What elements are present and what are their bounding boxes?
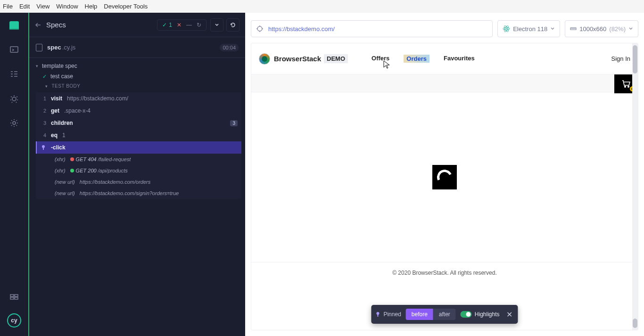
nav-keyboard-icon[interactable]: [8, 291, 20, 302]
collapse-panel-icon[interactable]: [35, 22, 41, 28]
spec-extension: .cy.js: [62, 44, 76, 51]
before-after-toggle[interactable]: before after: [406, 309, 456, 320]
ruler-icon: [570, 25, 577, 32]
chevron-down-icon: [550, 26, 555, 31]
demo-badge: DEMO: [324, 54, 348, 63]
log-row[interactable]: (xhr) GET 200 /api/products: [36, 165, 241, 176]
test-title: test case: [50, 73, 73, 80]
command-row[interactable]: 1 visit https://bstackdemo.com/: [36, 92, 241, 105]
nav-runs-icon[interactable]: [8, 44, 20, 55]
pinned-label: Pinned: [375, 311, 401, 318]
yield-count-badge: 3: [230, 120, 238, 126]
svg-point-9: [257, 26, 262, 31]
pending-count: —: [186, 22, 192, 28]
rerun-button[interactable]: [226, 18, 239, 32]
snapshot-before-button[interactable]: before: [406, 309, 433, 320]
aut-url: https://bstackdemo.com/: [268, 25, 335, 33]
viewport-selector[interactable]: 1000x660 (82%): [565, 20, 638, 37]
cypress-logo-icon[interactable]: cy: [7, 313, 21, 328]
test-body-label: ▾ TEST BODY: [29, 82, 245, 90]
menu-file[interactable]: File: [3, 3, 13, 10]
site-footer: © 2020 BrowserStack. All rights reserved…: [251, 262, 638, 283]
file-icon: [36, 44, 42, 51]
svg-rect-3: [10, 295, 14, 296]
snapshot-after-button[interactable]: after: [433, 309, 456, 320]
svg-rect-8: [43, 148, 44, 150]
close-snapshot-button[interactable]: ✕: [504, 310, 514, 319]
site-header: BrowserStack DEMO Offers Orders Favourit…: [251, 43, 638, 74]
svg-point-1: [12, 97, 16, 101]
svg-rect-5: [10, 297, 14, 299]
check-icon: ✓: [42, 74, 47, 80]
log-row[interactable]: (xhr) GET 404 /failed-request: [36, 154, 241, 165]
menu-edit[interactable]: Edit: [19, 3, 30, 10]
scrollbar[interactable]: [632, 43, 638, 330]
os-menubar: File Edit View Window Help Developer Too…: [0, 0, 644, 13]
left-nav-rail: cy: [0, 13, 28, 336]
snapshot-controls: Pinned before after Highlights ✕: [371, 305, 518, 324]
test-stats: ✓1 ✕ — ↻: [157, 19, 206, 31]
url-bar[interactable]: https://bstackdemo.com/: [251, 20, 493, 37]
failed-count: ✕: [177, 22, 182, 28]
nav-specs-icon[interactable]: [8, 19, 20, 31]
status-dot-red-icon: [70, 157, 74, 161]
spec-filename: spec: [47, 44, 61, 51]
test-row[interactable]: ✓ test case: [29, 71, 245, 82]
nav-orders[interactable]: Orders: [404, 55, 429, 63]
command-row[interactable]: 3 children 3: [36, 117, 241, 129]
aut-preview-panel: https://bstackdemo.com/ Electron 118 100…: [245, 13, 644, 336]
menu-view[interactable]: View: [36, 3, 50, 10]
command-log-panel: Specs ✓1 ✕ — ↻ spec: [28, 13, 245, 336]
svg-point-2: [13, 122, 16, 124]
nav-settings-list-icon[interactable]: [8, 68, 20, 80]
svg-rect-4: [15, 295, 18, 296]
svg-rect-0: [10, 47, 18, 52]
nav-debug-icon[interactable]: [8, 93, 20, 104]
svg-rect-18: [377, 314, 378, 317]
aut-iframe[interactable]: BrowserStack DEMO Offers Orders Favourit…: [251, 43, 638, 330]
menu-window[interactable]: Window: [56, 3, 78, 10]
svg-point-15: [625, 86, 626, 88]
svg-point-16: [628, 86, 629, 88]
command-row-pinned[interactable]: -click: [36, 141, 241, 154]
spec-duration: 00:04: [220, 44, 239, 51]
nav-gear-icon[interactable]: [8, 117, 20, 129]
browser-selector[interactable]: Electron 118: [497, 20, 560, 37]
electron-icon: [503, 25, 510, 33]
highlights-toggle[interactable]: Highlights: [461, 311, 500, 318]
menu-devtools[interactable]: Developer Tools: [104, 3, 148, 10]
pin-icon: [41, 145, 46, 150]
status-dot-green-icon: [70, 169, 74, 172]
menu-help[interactable]: Help: [85, 3, 98, 10]
signin-link[interactable]: Sign In: [611, 55, 630, 62]
log-row[interactable]: (new url) https://bstackdemo.com/signin?…: [36, 188, 241, 199]
site-subbar: 0: [251, 74, 638, 92]
chevron-down-icon: ▾: [36, 64, 38, 68]
brand-name: BrowserStack: [274, 55, 321, 63]
spec-file-row[interactable]: spec .cy.js 00:04: [29, 37, 245, 58]
chevron-down-icon: [628, 26, 633, 31]
loading-spinner: [432, 165, 457, 189]
chevron-down-button[interactable]: [210, 18, 223, 32]
command-row[interactable]: 2 get .space-x-4: [36, 105, 241, 117]
toggle-switch-icon[interactable]: [461, 311, 472, 318]
scrollbar-thumb[interactable]: [633, 45, 637, 74]
browserstack-logo-icon: [259, 53, 270, 65]
suite-title: template spec: [42, 63, 77, 69]
log-row[interactable]: (new url) https://bstackdemo.com/orders: [36, 176, 241, 188]
suite-row[interactable]: ▾ template spec: [29, 61, 245, 71]
command-row[interactable]: 4 eq 1: [36, 129, 241, 141]
scrollbar-thumb[interactable]: [633, 319, 637, 328]
nav-favourites[interactable]: Favourites: [444, 55, 475, 63]
pin-icon: [375, 311, 380, 317]
svg-rect-6: [15, 297, 18, 299]
svg-point-13: [506, 28, 507, 29]
passed-count: ✓1: [162, 22, 172, 28]
mouse-cursor-icon: [383, 60, 390, 69]
selector-playground-icon[interactable]: [256, 25, 264, 33]
auto-scroll-icon: ↻: [197, 22, 201, 28]
panel-title: Specs: [46, 21, 157, 29]
